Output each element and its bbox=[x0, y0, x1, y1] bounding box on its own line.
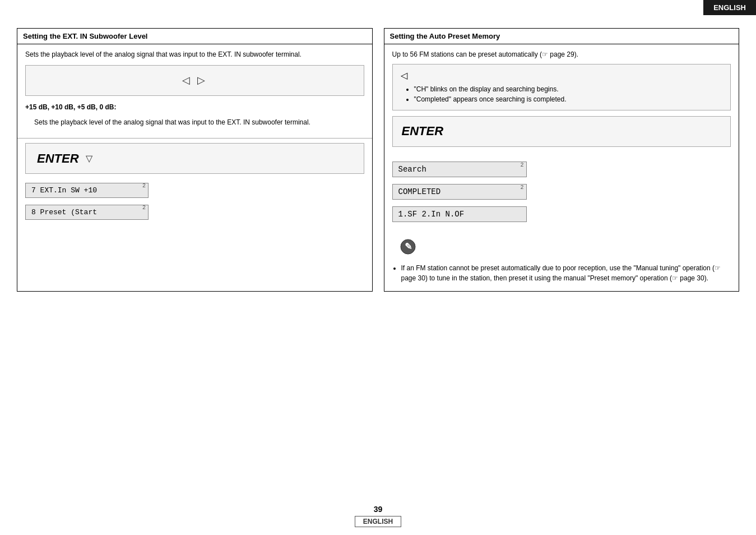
left-lcd-screens: 7 EXT.In SW +10 2 8 Preset (Start 2 bbox=[17, 178, 372, 234]
down-triangle-icon: ▽ bbox=[86, 153, 92, 164]
top-english-label: ENGLISH bbox=[703, 0, 756, 15]
page-number: 39 bbox=[374, 505, 383, 514]
left-lcd-1-text: 7 EXT.In SW +10 bbox=[31, 186, 97, 195]
left-lcd-2: 8 Preset (Start 2 bbox=[25, 205, 149, 220]
right-lcd-1: Search 2 bbox=[392, 162, 527, 177]
right-lcd-2: COMPLETED 2 bbox=[392, 184, 527, 200]
right-lcd-3-text: 1.SF 2.In N.OF bbox=[398, 210, 465, 219]
right-lcd-2-step: 2 bbox=[520, 185, 523, 191]
left-lcd-2-step: 2 bbox=[142, 205, 146, 211]
right-enter-box: ENTER bbox=[392, 116, 731, 147]
right-lcd-screens: Search 2 COMPLETED 2 1.SF 2.In N.OF bbox=[384, 159, 739, 236]
db-options-description: Sets the playback level of the analog si… bbox=[34, 118, 364, 127]
left-lcd-1: 7 EXT.In SW +10 2 bbox=[25, 183, 149, 198]
db-options-label: +15 dB, +10 dB, +5 dB, 0 dB: bbox=[25, 103, 364, 112]
pencil-icon-area: ✎ bbox=[384, 236, 739, 263]
right-panel: Setting the Auto Preset Memory Up to 56 … bbox=[384, 28, 740, 292]
bullet-2: "Completed" appears once searching is co… bbox=[414, 94, 723, 104]
left-panel-header: Setting the EXT. IN Subwoofer Level bbox=[17, 29, 372, 44]
right-panel-header: Setting the Auto Preset Memory bbox=[384, 29, 739, 44]
left-enter-label: ENTER bbox=[37, 151, 79, 166]
right-lcd-3: 1.SF 2.In N.OF bbox=[392, 206, 527, 222]
right-step1-box: ◁ "CH" blinks on the display and searchi… bbox=[392, 64, 731, 110]
left-panel: Setting the EXT. IN Subwoofer Level Sets… bbox=[17, 28, 373, 292]
bottom-english-label: ENGLISH bbox=[355, 516, 401, 527]
right-note-text: If an FM station cannot be preset automa… bbox=[401, 263, 731, 283]
left-triangle-icon: ◁ bbox=[401, 70, 723, 81]
right-lcd-2-text: COMPLETED bbox=[398, 187, 441, 196]
left-lcd-2-text: 8 Preset (Start bbox=[31, 208, 97, 216]
svg-text:✎: ✎ bbox=[404, 242, 411, 251]
bullet-1: "CH" blinks on the display and searching… bbox=[414, 84, 723, 94]
left-lcd-1-step: 2 bbox=[142, 183, 146, 189]
left-panel-description: Sets the playback level of the analog si… bbox=[25, 50, 364, 59]
right-lcd-1-text: Search bbox=[398, 165, 426, 174]
right-enter-label: ENTER bbox=[402, 124, 444, 139]
right-panel-description: Up to 56 FM stations can be preset autom… bbox=[392, 50, 731, 59]
right-lcd-1-step: 2 bbox=[520, 162, 523, 168]
right-note-area: If an FM station cannot be preset automa… bbox=[384, 263, 739, 291]
left-arrows-display: ◁ ▷ bbox=[25, 65, 364, 96]
bottom-bar: 39 ENGLISH bbox=[0, 505, 756, 527]
left-enter-area: ENTER ▽ bbox=[25, 143, 364, 174]
main-content: Setting the EXT. IN Subwoofer Level Sets… bbox=[17, 28, 739, 292]
right-bullet-list: "CH" blinks on the display and searching… bbox=[406, 84, 723, 104]
pencil-icon: ✎ bbox=[400, 239, 416, 255]
left-right-arrows: ◁ ▷ bbox=[182, 74, 207, 86]
